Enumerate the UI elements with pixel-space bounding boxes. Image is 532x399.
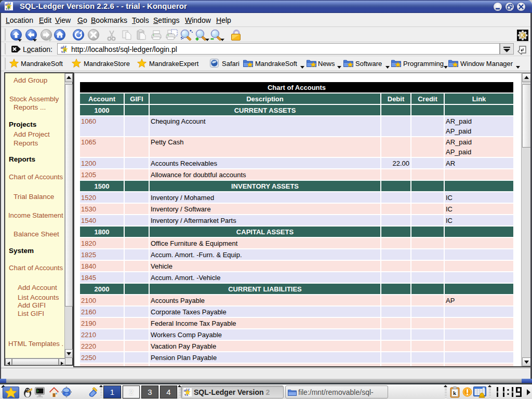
svg-text:K: K xyxy=(521,33,525,38)
svg-text:k: k xyxy=(453,390,457,396)
